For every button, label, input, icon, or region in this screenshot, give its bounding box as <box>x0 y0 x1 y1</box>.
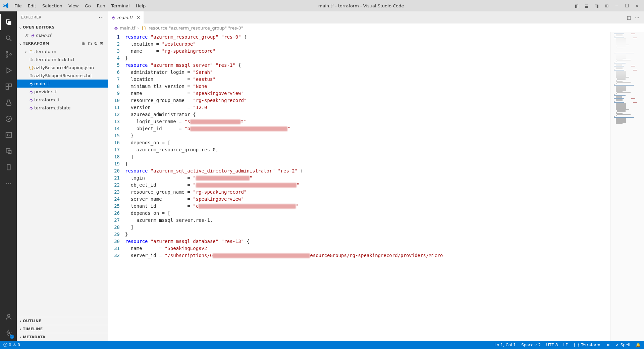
warning-icon: ⚠ <box>13 343 16 347</box>
file-row[interactable]: ⬘ terraform.tf <box>17 96 108 104</box>
tab-label: main.tf <box>117 15 132 20</box>
menu-file[interactable]: File <box>11 3 25 8</box>
minimize-icon[interactable]: ─ <box>614 3 620 8</box>
file-row-main[interactable]: ⬘ main.tf <box>17 80 108 88</box>
section-project[interactable]: ⌄ TERRAFORM 🗎🗀↻⊟ <box>17 39 108 47</box>
line-numbers: 1234567891011121314151617181920212223242… <box>108 32 125 341</box>
menu-help[interactable]: Help <box>133 3 149 8</box>
activity-source-control-icon[interactable] <box>0 46 17 62</box>
minimap[interactable] <box>610 32 644 341</box>
file-row[interactable]: ⬘ provider.tf <box>17 88 108 96</box>
file-row[interactable]: {} aztfyResourceMapping.json <box>17 63 108 71</box>
status-indent[interactable]: Spaces: 2 <box>521 343 541 347</box>
status-cursor[interactable]: Ln 1, Col 1 <box>494 343 516 347</box>
svg-rect-9 <box>6 133 12 138</box>
chevron-right-icon: › <box>18 327 23 332</box>
error-icon: ⓧ <box>3 342 7 348</box>
sidebar-more-icon[interactable]: ⋯ <box>99 14 104 20</box>
new-file-icon[interactable]: 🗎 <box>81 41 88 46</box>
collapse-all-icon[interactable]: ⊟ <box>100 41 105 46</box>
close-editor-icon[interactable]: ✕ <box>23 33 30 38</box>
terraform-icon: ⬘ <box>30 33 36 38</box>
terraform-icon: ⬘ <box>112 15 115 20</box>
file-row[interactable]: 🗎 aztfySkippedResources.txt <box>17 71 108 80</box>
explorer-sidebar: EXPLORER ⋯ ⌄ OPEN EDITORS ✕ ⬘ main.tf ⌄ … <box>17 11 108 341</box>
activity-search-icon[interactable] <box>0 30 17 46</box>
txt-icon: 🗎 <box>28 73 34 78</box>
activity-settings-icon[interactable] <box>0 325 17 341</box>
activity-window-icon[interactable] <box>0 143 17 159</box>
status-language[interactable]: { } Terraform <box>573 343 600 347</box>
terraform-icon: ⬘ <box>28 81 34 86</box>
file-label: aztfySkippedResources.txt <box>34 73 92 78</box>
new-folder-icon[interactable]: 🗀 <box>88 41 94 46</box>
menu-go[interactable]: Go <box>82 3 94 8</box>
refresh-icon[interactable]: ↻ <box>94 41 100 46</box>
activity-device-icon[interactable] <box>0 159 17 175</box>
tab-close-icon[interactable]: ✕ <box>137 15 140 20</box>
file-row[interactable]: 🗎 .terraform.lock.hcl <box>17 55 108 63</box>
window-title: main.tf - terraform - Visual Studio Code <box>149 3 574 8</box>
status-eol[interactable]: LF <box>563 343 568 347</box>
maximize-icon[interactable]: ☐ <box>624 3 630 8</box>
section-actions: 🗎🗀↻⊟ <box>81 41 108 46</box>
chevron-right-icon: › <box>18 319 23 323</box>
section-label: TERRAFORM <box>23 41 81 46</box>
status-spell[interactable]: ✔ Spell <box>616 343 630 347</box>
section-label: TIMELINE <box>23 327 108 331</box>
chevron-down-icon: ⌄ <box>18 25 23 30</box>
section-timeline[interactable]: › TIMELINE <box>17 325 108 333</box>
open-editor-item[interactable]: ✕ ⬘ main.tf <box>17 31 108 39</box>
terraform-icon: ⬘ <box>28 89 34 94</box>
file-label: terraform.tf <box>34 97 60 102</box>
file-label: .terraform <box>34 49 56 54</box>
editor-more-icon[interactable]: ⋯ <box>635 15 639 20</box>
section-open-editors[interactable]: ⌄ OPEN EDITORS <box>17 23 108 31</box>
menu-terminal[interactable]: Terminal <box>108 3 133 8</box>
section-metadata[interactable]: › METADATA <box>17 333 108 341</box>
file-label: .terraform.lock.hcl <box>34 57 74 62</box>
activity-todo-icon[interactable] <box>0 111 17 127</box>
section-label: OUTLINE <box>23 319 108 323</box>
activity-more-icon[interactable]: ⋯ <box>0 175 17 191</box>
status-encoding[interactable]: UTF-8 <box>546 343 558 347</box>
status-problems[interactable]: ⓧ0 ⚠0 <box>3 342 20 348</box>
svg-rect-5 <box>6 84 8 86</box>
status-copilot-icon[interactable] <box>606 343 610 347</box>
terraform-icon: ⬘ <box>28 105 34 110</box>
tab-main-tf[interactable]: ⬘ main.tf ✕ <box>108 11 144 23</box>
breadcrumb-file[interactable]: main.tf <box>120 26 135 31</box>
activity-run-debug-icon[interactable] <box>0 62 17 79</box>
svg-rect-7 <box>6 87 8 89</box>
folder-icon: 🗀 <box>28 49 34 54</box>
folder-row[interactable]: › 🗀 .terraform <box>17 47 108 55</box>
status-notifications-icon[interactable]: 🔔 <box>636 343 641 347</box>
activity-testing-icon[interactable] <box>0 95 17 111</box>
chevron-down-icon: ⌄ <box>18 41 23 46</box>
section-outline[interactable]: › OUTLINE <box>17 317 108 325</box>
activity-account-icon[interactable] <box>0 309 17 325</box>
activity-explorer-icon[interactable] <box>0 14 17 30</box>
layout-toggle-secondary-icon[interactable]: ◨ <box>594 3 600 8</box>
activity-terminal-icon[interactable] <box>0 127 17 143</box>
svg-point-2 <box>6 51 8 53</box>
menu-run[interactable]: Run <box>94 3 108 8</box>
layout-toggle-primary-icon[interactable]: ◧ <box>574 3 580 8</box>
menu-selection[interactable]: Selection <box>39 3 65 8</box>
breadcrumb-symbol[interactable]: resource "azurerm_resource_group" "res-0… <box>149 26 243 31</box>
split-editor-icon[interactable]: ◫ <box>627 15 631 20</box>
breadcrumb[interactable]: ⬘ main.tf › {} resource "azurerm_resourc… <box>108 23 644 32</box>
code-content[interactable]: resource "azurerm_resource_group" "res-0… <box>125 32 610 341</box>
menu-view[interactable]: View <box>65 3 82 8</box>
open-editor-label: main.tf <box>36 33 51 38</box>
file-label: terraform.tfstate <box>34 105 71 110</box>
customize-layout-icon[interactable]: ⊞ <box>604 3 610 8</box>
activity-extensions-icon[interactable] <box>0 79 17 95</box>
file-row[interactable]: ⬘ terraform.tfstate <box>17 104 108 112</box>
symbol-icon: {} <box>141 26 147 31</box>
close-icon[interactable]: ✕ <box>634 3 640 8</box>
chevron-right-icon: › <box>18 335 23 340</box>
layout-toggle-panel-icon[interactable]: ⬓ <box>584 3 590 8</box>
menu-edit[interactable]: Edit <box>25 3 39 8</box>
titlebar-right: ◧ ⬓ ◨ ⊞ ─ ☐ ✕ <box>574 3 644 8</box>
